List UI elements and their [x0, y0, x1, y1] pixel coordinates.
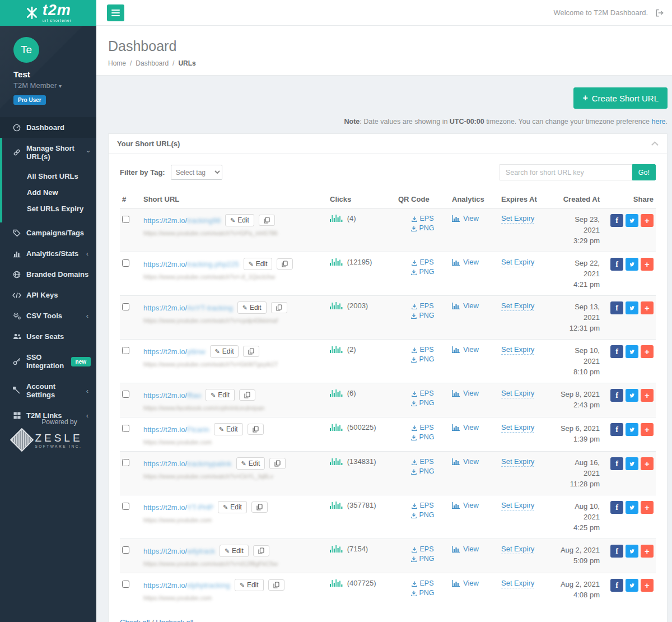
qr-eps-link[interactable]: EPS [398, 258, 447, 267]
set-expiry-link[interactable]: Set Expiry [501, 389, 534, 398]
sidebar-item-branded-domains[interactable]: Branded Domains [0, 264, 96, 285]
copy-button[interactable] [253, 545, 269, 556]
edit-button[interactable]: ✎Edit [237, 301, 267, 314]
short-url-link[interactable]: https://t2m.io/xlphptracking [143, 581, 230, 589]
sidebar-toggle-button[interactable] [107, 4, 124, 21]
analytics-view-link[interactable]: View [452, 214, 479, 222]
row-checkbox[interactable] [122, 259, 129, 267]
qr-png-link[interactable]: PNG [398, 267, 447, 277]
qr-png-link[interactable]: PNG [398, 510, 447, 520]
sidebar-item-user-seats[interactable]: User Seats [0, 326, 96, 347]
set-expiry-link[interactable]: Set Expiry [501, 501, 534, 510]
qr-png-link[interactable]: PNG [398, 554, 447, 564]
qr-png-link[interactable]: PNG [398, 433, 447, 442]
set-expiry-link[interactable]: Set Expiry [501, 545, 534, 554]
qr-eps-link[interactable]: EPS [398, 345, 447, 355]
search-go-button[interactable]: Go! [632, 164, 656, 180]
share-twitter-button[interactable] [626, 545, 638, 558]
copy-button[interactable] [239, 389, 255, 401]
share-facebook-button[interactable]: f [610, 258, 623, 271]
analytics-view-link[interactable]: View [452, 545, 479, 553]
breadcrumb-dashboard[interactable]: Dashboard [136, 59, 169, 67]
qr-png-link[interactable]: PNG [398, 224, 447, 233]
short-url-link[interactable]: https://t2m.io/wilytrack [143, 547, 215, 555]
analytics-view-link[interactable]: View [452, 389, 479, 397]
create-short-url-button[interactable]: + Create Short URL [573, 87, 668, 109]
qr-png-link[interactable]: PNG [398, 355, 447, 364]
set-expiry-link[interactable]: Set Expiry [501, 423, 534, 433]
set-expiry-link[interactable]: Set Expiry [501, 345, 534, 355]
analytics-view-link[interactable]: View [452, 258, 479, 266]
copy-button[interactable] [251, 502, 268, 513]
short-url-link[interactable]: https://t2m.io/ytlinw [143, 347, 206, 356]
sidebar-item-campaigns-tags[interactable]: Campaigns/Tags [0, 222, 96, 243]
profile-role-dropdown[interactable]: T2M Member ▾ [13, 81, 90, 90]
short-url-link[interactable]: https://t2m.io/AnYT-tracking [143, 304, 233, 312]
qr-png-link[interactable]: PNG [398, 311, 447, 321]
edit-button[interactable]: ✎Edit [206, 389, 235, 401]
row-checkbox[interactable] [122, 425, 129, 432]
share-twitter-button[interactable] [626, 214, 638, 227]
row-checkbox[interactable] [122, 459, 129, 466]
share-facebook-button[interactable]: f [610, 389, 623, 402]
short-url-link[interactable]: https://t2m.io/tracking.php225 [143, 260, 239, 268]
share-twitter-button[interactable] [626, 579, 638, 592]
share-twitter-button[interactable] [626, 501, 638, 514]
share-more-button[interactable]: + [641, 545, 654, 558]
short-url-link[interactable]: https://t2m.io/Ftcarin [143, 425, 209, 434]
qr-eps-link[interactable]: EPS [398, 579, 447, 588]
edit-button[interactable]: ✎Edit [225, 214, 254, 226]
edit-button[interactable]: ✎Edit [244, 258, 273, 270]
timezone-preference-link[interactable]: here [651, 118, 665, 126]
share-twitter-button[interactable] [626, 258, 638, 271]
qr-png-link[interactable]: PNG [398, 588, 447, 598]
uncheck-all-link[interactable]: Uncheck all [156, 618, 193, 622]
row-checkbox[interactable] [122, 503, 129, 510]
qr-eps-link[interactable]: EPS [398, 389, 447, 398]
copy-button[interactable] [248, 424, 264, 435]
sidebar-item-sso-integration[interactable]: SSO Integration new [0, 347, 96, 376]
qr-eps-link[interactable]: EPS [398, 501, 447, 510]
edit-button[interactable]: ✎Edit [236, 457, 265, 470]
analytics-view-link[interactable]: View [452, 345, 479, 354]
analytics-view-link[interactable]: View [452, 457, 479, 466]
row-checkbox[interactable] [122, 216, 129, 223]
share-facebook-button[interactable]: f [610, 423, 623, 436]
share-more-button[interactable]: + [641, 301, 654, 314]
sidebar-item-api-keys[interactable]: API Keys [0, 285, 96, 305]
analytics-view-link[interactable]: View [452, 501, 479, 509]
share-facebook-button[interactable]: f [610, 301, 623, 314]
tag-select[interactable]: Select tag [171, 165, 222, 180]
qr-png-link[interactable]: PNG [398, 467, 447, 476]
short-url-link[interactable]: https://t2m.io/fftao [143, 391, 201, 400]
sidebar-item-account-settings[interactable]: Account Settings ‹ [0, 376, 96, 405]
short-url-link[interactable]: https://t2m.io/trackmypalink [143, 459, 232, 468]
set-expiry-link[interactable]: Set Expiry [501, 457, 534, 467]
copy-button[interactable] [277, 258, 293, 270]
share-twitter-button[interactable] [626, 457, 638, 470]
sidebar-item-dashboard[interactable]: Dashboard [0, 117, 96, 138]
copy-button[interactable] [271, 302, 287, 313]
check-all-link[interactable]: Check all [120, 618, 150, 622]
qr-eps-link[interactable]: EPS [398, 301, 447, 311]
copy-button[interactable] [259, 215, 275, 226]
share-more-button[interactable]: + [641, 258, 654, 271]
row-checkbox[interactable] [122, 581, 129, 588]
share-facebook-button[interactable]: f [610, 457, 623, 470]
copy-button[interactable] [269, 458, 286, 469]
qr-eps-link[interactable]: EPS [398, 423, 447, 433]
analytics-view-link[interactable]: View [452, 423, 479, 431]
set-expiry-link[interactable]: Set Expiry [501, 214, 534, 224]
edit-button[interactable]: ✎Edit [220, 545, 249, 557]
qr-eps-link[interactable]: EPS [398, 214, 447, 224]
share-twitter-button[interactable] [626, 389, 638, 402]
sidebar-item-csv-tools[interactable]: CSV Tools ‹ [0, 305, 96, 326]
share-twitter-button[interactable] [626, 301, 638, 314]
breadcrumb-home[interactable]: Home [108, 59, 126, 67]
collapse-panel-icon[interactable] [651, 141, 659, 148]
share-facebook-button[interactable]: f [610, 345, 623, 358]
edit-button[interactable]: ✎Edit [218, 501, 247, 513]
row-checkbox[interactable] [122, 347, 129, 354]
sidebar-item-manage-short-urls[interactable]: Manage Short URL(s) › [2, 138, 96, 167]
share-more-button[interactable]: + [641, 423, 654, 436]
